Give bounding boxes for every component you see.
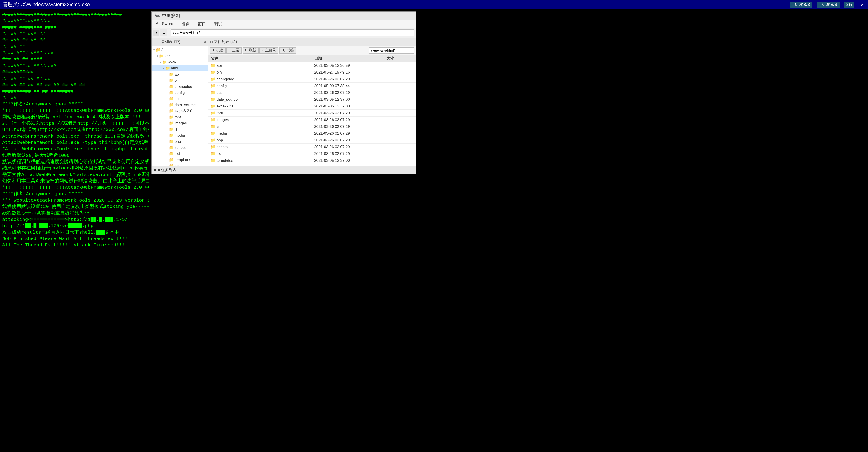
file-date: 2021-03-05 12:37:00 xyxy=(312,103,384,110)
bookmark-button[interactable]: ★ 书签 xyxy=(279,47,296,54)
table-row[interactable]: 📁images 2021-03-26 02:07:29 xyxy=(208,116,416,123)
terminal-line: ########## ######## xyxy=(2,63,147,69)
menu-debug[interactable]: 调试 xyxy=(212,21,224,27)
file-date: 2021-03-05 12:37:00 xyxy=(312,164,384,166)
dir-tree-item-font[interactable]: 📁font xyxy=(152,114,208,120)
table-row[interactable]: 📁swf 2021-03-26 02:07:29 xyxy=(208,150,416,157)
file-date: 2021-03-05 12:37:00 xyxy=(312,96,384,103)
dir-tree[interactable]: ▼📁/▼📁var▼📁www▼📁html📁api📁bin📁changelog📁co… xyxy=(152,46,208,166)
table-row[interactable]: 📁php 2021-03-26 02:07:29 xyxy=(208,137,416,144)
table-row[interactable]: 📁css 2021-03-26 02:07:29 xyxy=(208,89,416,96)
file-name: 📁scripts xyxy=(208,144,312,150)
terminal-line: ****作者:Anonymous-ghost***** xyxy=(2,191,147,197)
as-content: □ 目录列表 (17) ◀ ▼📁/▼📁var▼📁www▼📁html📁api📁bi… xyxy=(152,38,416,166)
file-size xyxy=(384,83,416,89)
current-path-display: /var/www/html/ xyxy=(369,47,414,54)
table-row[interactable]: 📁data_source 2021-03-05 12:37:00 xyxy=(208,96,416,103)
menu-edit[interactable]: 编辑 xyxy=(180,21,191,27)
file-date: 2021-03-26 02:07:29 xyxy=(312,130,384,137)
table-row[interactable]: 📁bin 2021-03-27 19:49:16 xyxy=(208,69,416,76)
dir-tree-item-bin[interactable]: 📁bin xyxy=(152,77,208,83)
dir-tree-item-changelog[interactable]: 📁changelog xyxy=(152,83,208,90)
table-row[interactable]: 📁js 2021-03-26 02:07:29 xyxy=(208,123,416,130)
terminal-line: ##### ######## #### xyxy=(2,24,147,31)
file-toolbar: ✦ 新建 ↑ 上层 ⟳ 刷新 ⌂ 主目录 ★ 书签 /var/www/html/ xyxy=(208,46,416,55)
nav-back-button[interactable]: ◀ xyxy=(153,30,159,36)
cmd-title: 管理员: C:\Windows\system32\cmd.exe xyxy=(3,1,90,8)
file-name: 📁bin xyxy=(208,69,312,76)
file-size xyxy=(384,69,416,76)
dir-tree-item-root[interactable]: ▼📁/ xyxy=(152,47,208,53)
terminal-line: ########## ## ## ######## xyxy=(2,88,147,94)
dir-panel-title: □ 目录列表 (17) xyxy=(154,39,202,44)
dir-tree-item-images[interactable]: 📁images xyxy=(152,120,208,126)
dir-tree-item-js[interactable]: 📁js xyxy=(152,126,208,132)
terminal-line: 结果可能存在误报由于payload和网站原因没有办法达到100%不误报 xyxy=(2,165,147,171)
dir-tree-item-var[interactable]: ▼📁var xyxy=(152,53,208,59)
refresh-button[interactable]: ⟳ 刷新 xyxy=(243,47,258,54)
path-input[interactable] xyxy=(171,29,414,36)
netspeed-down: ↓ 0.0KB/S xyxy=(789,2,812,8)
dir-tree-item-html[interactable]: ▼📁html xyxy=(152,65,208,71)
terminal-line: 式一行一个必须以https://或者是http://开头!!!!!!!!!!可以… xyxy=(2,120,147,127)
terminal-line: 线程使用默认设置:20 使用自定义攻击类型模式atckingType------… xyxy=(2,204,147,210)
menu-antsword[interactable]: AntSword xyxy=(154,21,175,27)
dir-tree-item-scripts[interactable]: 📁scripts xyxy=(152,145,208,151)
dir-tree-item-media[interactable]: 📁media xyxy=(152,132,208,138)
dir-tree-item-swf[interactable]: 📁swf xyxy=(152,151,208,157)
table-row[interactable]: 📁scripts 2021-03-26 02:07:29 xyxy=(208,144,416,150)
table-row[interactable]: 📁media 2021-03-26 02:07:29 xyxy=(208,130,416,137)
new-file-button[interactable]: ✦ 新建 xyxy=(210,47,225,54)
file-date: 2021-05-09 07:35:44 xyxy=(312,83,384,89)
file-size xyxy=(384,110,416,116)
dir-tree-item-php[interactable]: 📁php xyxy=(152,138,208,145)
file-name: 📁swf xyxy=(208,150,312,157)
terminal-line: AttackWebFrameworkTools.exe -thread 100(… xyxy=(2,133,147,140)
file-size xyxy=(384,116,416,123)
task-bar-icon: ■ xyxy=(154,168,156,172)
file-size xyxy=(384,144,416,150)
file-list[interactable]: 名称 日期 大小 📁api 2021-03-05 12:36:59 📁bin 2… xyxy=(208,55,416,166)
antsword-window: 🐜 中国蚁剑 AntSword 编辑 窗口 调试 ◀ ⊞ □ 目录列表 (17)… xyxy=(151,11,416,174)
up-dir-button[interactable]: ↑ 上层 xyxy=(226,47,241,54)
terminal-line: ################# xyxy=(2,18,147,24)
terminal-line: All The Thread Exit!!!!! Attack Finished… xyxy=(2,242,147,248)
terminal-line: url.txt格式为http://xxx.com或者http://xxx.com… xyxy=(2,127,147,133)
dir-tree-item-config[interactable]: 📁config xyxy=(152,90,208,96)
dir-tree-item-txt[interactable]: 📁txt xyxy=(152,163,208,166)
table-row[interactable]: 📁config 2021-05-09 07:35:44 xyxy=(208,83,416,89)
table-row[interactable]: 📁templates 2021-03-05 12:37:00 xyxy=(208,157,416,164)
dir-collapse-button[interactable]: ◀ xyxy=(204,39,206,44)
file-table: 名称 日期 大小 📁api 2021-03-05 12:36:59 📁bin 2… xyxy=(208,55,416,166)
dir-tree-item-data_source[interactable]: 📁data_source xyxy=(152,102,208,108)
netspeed-up: ↑ 0.0KB/S xyxy=(817,2,839,8)
menu-window[interactable]: 窗口 xyxy=(196,21,208,27)
dir-tree-item-templates[interactable]: 📁templates xyxy=(152,157,208,163)
dir-tree-item-css[interactable]: 📁css xyxy=(152,96,208,102)
table-row[interactable]: 📁api 2021-03-05 12:36:59 xyxy=(208,62,416,69)
home-button[interactable]: ⌂ 主目录 xyxy=(259,47,278,54)
file-date: 2021-03-26 02:07:29 xyxy=(312,137,384,144)
terminal-line: ## ## xyxy=(2,94,147,101)
terminal-line: 需要文件AttackWebFrameworkTools.exe.config否则… xyxy=(2,172,147,178)
table-row[interactable]: 📁changelog 2021-03-26 02:07:29 xyxy=(208,76,416,83)
col-header-size: 大小 xyxy=(384,55,416,62)
dir-tree-item-extjs[interactable]: 📁extjs-6.2.0 xyxy=(152,108,208,114)
file-panel-header: □ 文件列表 (41) xyxy=(208,38,416,46)
file-date: 2021-03-26 02:07:29 xyxy=(312,76,384,83)
file-size xyxy=(384,150,416,157)
terminal-line: 切勿利用本工具对未授权的网站进行非法攻击, 由此产生的法律后果由使用者自行承担!… xyxy=(2,178,147,185)
table-row[interactable]: 📁font 2021-03-26 02:07:29 xyxy=(208,110,416,116)
dir-tree-item-api[interactable]: 📁api xyxy=(152,71,208,77)
table-row[interactable]: 📁extjs-6.2.0 2021-03-05 12:37:00 xyxy=(208,103,416,110)
terminal-line: ### ## ## #### xyxy=(2,56,147,62)
as-menubar: AntSword 编辑 窗口 调试 xyxy=(152,20,416,28)
table-row[interactable]: 📁txt 2021-03-05 12:37:00 xyxy=(208,164,416,166)
netspeed-bar: ↓ 0.0KB/S ↑ 0.0KB/S 2% ✕ xyxy=(789,0,866,9)
dir-tree-item-www[interactable]: ▼📁www xyxy=(152,59,208,65)
file-size xyxy=(384,130,416,137)
grid-view-button[interactable]: ⊞ xyxy=(160,29,167,36)
netspeed-cpu: 2% xyxy=(844,2,855,8)
terminal-line: AttackWebFrameworkTools.exe -type thinkp… xyxy=(2,140,147,146)
close-button[interactable]: ✕ xyxy=(859,1,866,8)
